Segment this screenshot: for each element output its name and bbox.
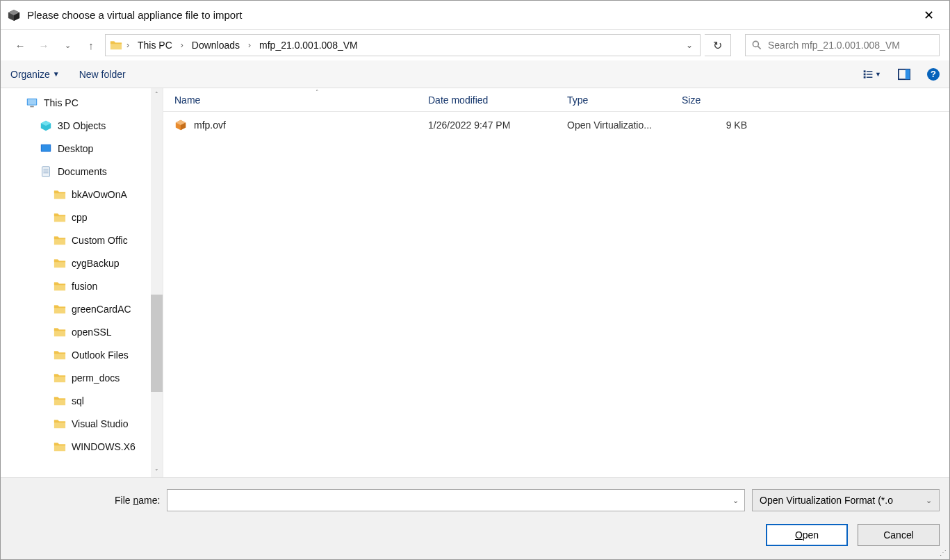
sidebar-item-label: Visual Studio [72,418,128,429]
breadcrumb-segment[interactable]: This PC [133,40,177,51]
chevron-down-icon: ▼ [53,70,60,78]
sidebar-item[interactable]: bkAvOwOnA [1,183,163,206]
filename-label: File name: [115,495,160,506]
file-row[interactable]: mfp.ovf1/26/2022 9:47 PMOpen Virtualizat… [163,112,949,138]
dialog-body: This PC3D ObjectsDesktopDocumentsbkAvOwO… [1,88,949,477]
sidebar-item-label: bkAvOwOnA [72,189,127,200]
sidebar-item-label: Custom Offic [72,235,128,246]
command-bar: Organize ▼ New folder ▼ ? [1,60,949,88]
sidebar-item-label: openSSL [72,327,112,338]
sidebar-item-label: greenCardAC [72,304,131,315]
3d-icon [40,120,52,132]
doc-icon [40,165,52,178]
folder-icon [54,418,66,430]
footer: File name: ⌄ Open Virtualization Format … [1,477,949,559]
filename-combobox[interactable]: ⌄ [167,489,745,511]
folder-icon [54,326,66,338]
sidebar-item[interactable]: openSSL [1,320,163,343]
sidebar-item[interactable]: Outlook Files [1,343,163,366]
column-name[interactable]: Name ˄ [163,94,417,106]
column-type[interactable]: Type [556,94,671,106]
desk-icon [40,142,52,155]
folder-icon [54,234,66,247]
sidebar-item-label: sql [72,395,84,406]
chevron-down-icon: ⌄ [926,496,932,505]
cancel-button[interactable]: Cancel [858,524,940,546]
path-dropdown[interactable]: ⌄ [679,40,700,50]
scroll-up-button[interactable]: ˄ [151,88,163,100]
chevron-right-icon: › [125,40,131,50]
column-size[interactable]: Size [671,94,775,106]
sidebar-item-label: Documents [58,166,107,177]
nav-forward-button[interactable]: → [34,35,54,55]
sidebar-item-label: perm_docs [72,372,120,384]
file-type-label: Open Virtualization Format (*.o [760,495,893,506]
chevron-right-icon: › [247,40,252,50]
sidebar-item[interactable]: Documents [1,160,163,183]
filename-input[interactable] [167,495,726,506]
sidebar-item-label: This PC [44,97,79,108]
dialog-title: Please choose a virtual appliance file t… [27,9,242,21]
breadcrumb-segment[interactable]: Downloads [188,40,244,51]
scroll-down-button[interactable]: ˅ [151,466,163,477]
sidebar-item[interactable]: This PC [1,91,163,114]
folder-icon [54,280,66,293]
sidebar-item-label: fusion [72,281,97,292]
sidebar-item-label: cygBackup [72,258,119,269]
nav-up-button[interactable]: ↑ [81,35,101,55]
refresh-button[interactable]: ↻ [705,34,731,56]
folder-icon [54,349,66,361]
folder-icon [54,372,66,384]
breadcrumb-segment[interactable]: mfp_21.0.001.008_VM [255,40,362,51]
breadcrumb[interactable]: › This PC › Downloads › mfp_21.0.001.008… [105,34,701,56]
file-date: 1/26/2022 9:47 PM [417,120,556,131]
column-date[interactable]: Date modified [417,94,556,106]
app-icon [8,9,20,22]
help-button[interactable]: ? [927,68,940,81]
folder-icon [54,440,66,453]
organize-menu[interactable]: Organize ▼ [10,69,60,80]
sidebar-item-label: Desktop [58,143,93,154]
file-type-filter[interactable]: Open Virtualization Format (*.o ⌄ [752,489,940,511]
search-box[interactable] [745,34,940,56]
sidebar-item[interactable]: Desktop [1,137,163,160]
folder-icon [54,211,66,224]
column-headers: Name ˄ Date modified Type Size [163,88,949,112]
resize-grip-icon[interactable]: ⋰ [940,549,947,557]
sidebar-item[interactable]: Visual Studio [1,412,163,435]
sidebar-item-label: Outlook Files [72,349,129,361]
file-list: Name ˄ Date modified Type Size mfp.ovf1/… [163,88,949,477]
sidebar-item[interactable]: cpp [1,206,163,229]
filename-dropdown[interactable]: ⌄ [726,496,744,505]
chevron-right-icon: › [179,40,185,50]
open-button[interactable]: Open [766,524,848,546]
column-name-label: Name [174,94,200,106]
sidebar-item[interactable]: greenCardAC [1,297,163,320]
organize-label: Organize [10,69,50,80]
sidebar-item[interactable]: cygBackup [1,252,163,274]
close-button[interactable]: ✕ [915,8,942,23]
nav-back-button[interactable]: ← [10,35,30,55]
pc-icon [26,97,38,109]
sidebar: This PC3D ObjectsDesktopDocumentsbkAvOwO… [1,88,163,477]
sidebar-item[interactable]: perm_docs [1,366,163,389]
nav-recent-button[interactable]: ⌄ [58,35,77,55]
sidebar-item[interactable]: fusion [1,274,163,297]
folder-icon [54,303,66,315]
sort-ascending-icon: ˄ [316,89,319,96]
sidebar-item[interactable]: Custom Offic [1,229,163,252]
scrollbar-thumb[interactable] [151,295,163,392]
file-type: Open Virtualizatio... [556,120,671,131]
file-name: mfp.ovf [194,120,226,131]
file-size: 9 KB [671,120,775,131]
sidebar-scrollbar[interactable]: ˄ ˅ [151,88,163,477]
sidebar-item[interactable]: WINDOWS.X6 [1,435,163,458]
new-folder-button[interactable]: New folder [79,69,126,80]
title-bar: Please choose a virtual appliance file t… [1,1,949,30]
sidebar-item-label: WINDOWS.X6 [72,441,136,452]
sidebar-item[interactable]: 3D Objects [1,114,163,137]
view-options-button[interactable]: ▼ [863,67,881,82]
preview-pane-button[interactable] [895,67,913,82]
sidebar-item[interactable]: sql [1,389,163,412]
search-input[interactable] [768,40,933,51]
